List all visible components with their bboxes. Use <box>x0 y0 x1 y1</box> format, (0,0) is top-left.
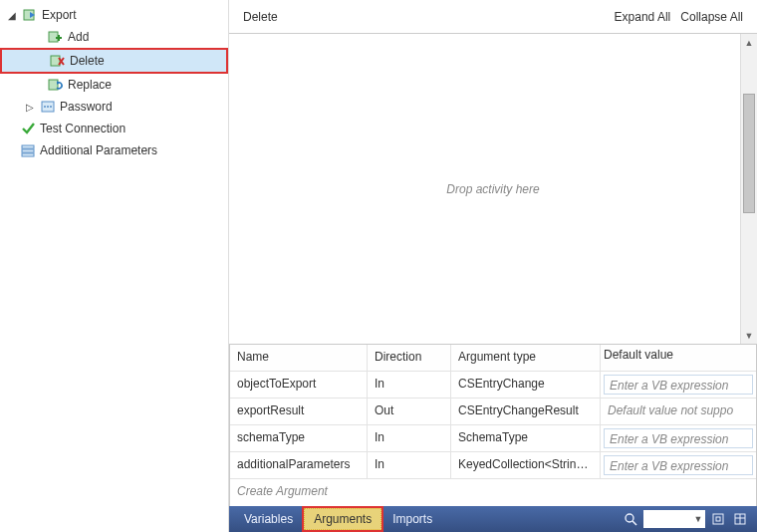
tree-item-additional-parameters[interactable]: Additional Parameters <box>0 139 228 161</box>
svg-point-6 <box>47 106 49 108</box>
tab-variables[interactable]: Variables <box>235 506 302 532</box>
scroll-thumb[interactable] <box>743 94 755 213</box>
highlight-delete: Delete <box>0 48 228 74</box>
cell-direction[interactable]: In <box>368 452 451 478</box>
cell-type[interactable]: CSEntryChangeResult <box>451 399 601 424</box>
tree-item-password[interactable]: ▷ Password <box>0 96 228 118</box>
tree-label: Add <box>68 30 89 44</box>
cell-name[interactable]: schemaType <box>230 425 368 451</box>
svg-point-7 <box>50 106 52 108</box>
tree-label: Test Connection <box>40 122 126 135</box>
cell-direction[interactable]: Out <box>368 399 451 424</box>
vb-expression-input[interactable]: Enter a VB expression <box>604 428 753 448</box>
delete-icon <box>50 53 66 69</box>
tree-item-delete[interactable]: Delete <box>2 50 226 72</box>
cell-default[interactable]: Enter a VB expression <box>601 425 756 451</box>
list-icon <box>20 142 36 158</box>
highlight-arguments: Arguments <box>302 506 383 532</box>
svg-rect-13 <box>716 517 720 521</box>
expand-arrow-icon[interactable]: ▷ <box>24 102 36 113</box>
scroll-down-icon[interactable]: ▼ <box>741 327 757 344</box>
col-header-type[interactable]: Argument type <box>451 345 601 371</box>
vb-expression-input[interactable]: Enter a VB expression <box>604 455 753 475</box>
col-header-direction[interactable]: Direction <box>368 345 451 371</box>
password-icon <box>40 99 56 115</box>
drop-hint: Drop activity here <box>446 182 539 196</box>
cell-default[interactable]: Default value not suppo <box>601 399 756 424</box>
table-row[interactable]: objectToExportInCSEntryChangeEnter a VB … <box>230 372 756 399</box>
vertical-scrollbar[interactable]: ▲ ▼ <box>740 34 757 344</box>
overview-icon[interactable] <box>729 508 751 530</box>
svg-point-5 <box>44 106 46 108</box>
cell-name[interactable]: exportResult <box>230 399 368 424</box>
tree-item-export[interactable]: ◢ Export <box>0 4 228 26</box>
create-argument-row[interactable]: Create Argument <box>230 479 756 506</box>
svg-rect-10 <box>22 153 34 156</box>
expand-all-button[interactable]: Expand All <box>615 10 671 24</box>
designer-canvas[interactable]: Drop activity here ▲ ▼ <box>229 34 757 344</box>
search-icon[interactable] <box>620 508 641 530</box>
svg-rect-8 <box>22 145 34 148</box>
cell-default[interactable]: Enter a VB expression <box>601 372 756 398</box>
cell-name[interactable]: additionalParameters <box>230 452 368 478</box>
collapse-arrow-icon[interactable]: ◢ <box>6 10 18 21</box>
collapse-all-button[interactable]: Collapse All <box>680 10 743 24</box>
col-header-default[interactable]: Default value <box>601 345 756 371</box>
cell-direction[interactable]: In <box>368 425 451 451</box>
cell-type[interactable]: KeyedCollection<String,Con <box>451 452 601 478</box>
cell-name[interactable]: objectToExport <box>230 372 368 398</box>
add-icon <box>48 29 64 45</box>
cell-type[interactable]: SchemaType <box>451 425 601 451</box>
tree-item-test-connection[interactable]: Test Connection <box>0 118 228 139</box>
arguments-grid: Name Direction Argument type Default val… <box>229 344 757 506</box>
tree-label: Replace <box>68 78 112 92</box>
breadcrumb-title[interactable]: Delete <box>243 10 605 24</box>
table-row[interactable]: additionalParametersInKeyedCollection<St… <box>230 452 756 479</box>
cell-default[interactable]: Enter a VB expression <box>601 452 756 478</box>
cell-direction[interactable]: In <box>368 372 451 398</box>
bottom-bar: Variables Arguments Imports ▼ <box>229 506 757 532</box>
chevron-down-icon[interactable]: ▼ <box>691 514 705 524</box>
zoom-combo[interactable]: ▼ <box>643 510 705 528</box>
svg-point-11 <box>626 514 633 522</box>
svg-rect-12 <box>713 514 723 524</box>
tab-arguments[interactable]: Arguments <box>304 508 381 530</box>
default-disabled-text: Default value not suppo <box>601 399 756 422</box>
export-icon <box>22 7 38 23</box>
vb-expression-input[interactable]: Enter a VB expression <box>604 375 753 395</box>
tree-panel: ◢ Export Add Delete Replace ▷ Password <box>0 0 229 532</box>
cell-type[interactable]: CSEntryChange <box>451 372 601 398</box>
fit-to-screen-icon[interactable] <box>707 508 729 530</box>
scroll-up-icon[interactable]: ▲ <box>741 34 757 51</box>
tree-item-add[interactable]: Add <box>0 26 228 48</box>
designer-panel: Delete Expand All Collapse All Drop acti… <box>229 0 757 532</box>
grid-header: Name Direction Argument type Default val… <box>230 345 756 372</box>
tree-item-replace[interactable]: Replace <box>0 74 228 96</box>
tab-imports[interactable]: Imports <box>383 506 441 532</box>
designer-header: Delete Expand All Collapse All <box>229 0 757 34</box>
tree-label: Export <box>42 8 77 22</box>
col-header-name[interactable]: Name <box>230 345 368 371</box>
tree-label: Additional Parameters <box>40 143 157 157</box>
replace-icon <box>48 77 64 93</box>
tree-label: Delete <box>70 54 105 68</box>
svg-rect-9 <box>22 149 34 152</box>
table-row[interactable]: schemaTypeInSchemaTypeEnter a VB express… <box>230 425 756 452</box>
check-icon <box>20 121 36 136</box>
tree-label: Password <box>60 100 113 114</box>
table-row[interactable]: exportResultOutCSEntryChangeResultDefaul… <box>230 399 756 425</box>
